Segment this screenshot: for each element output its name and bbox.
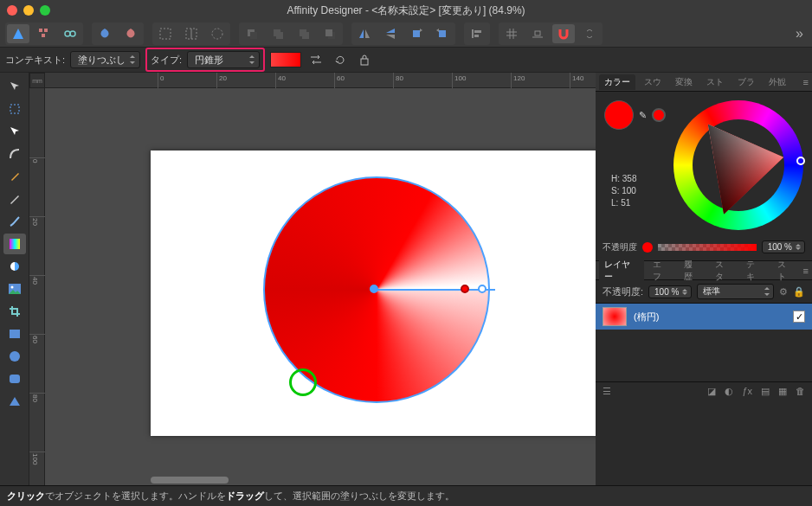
horizontal-scrollbar[interactable]: [151, 477, 229, 484]
group-layer-icon[interactable]: ▦: [778, 386, 787, 397]
persona-group: [5, 22, 83, 45]
window-zoom-button[interactable]: [40, 5, 50, 16]
synchronize-defaults-icon[interactable]: [93, 24, 116, 43]
align-icon[interactable]: [466, 24, 488, 43]
export-persona-icon[interactable]: [59, 24, 81, 43]
view-option-1-icon[interactable]: [154, 24, 177, 43]
gradient-end-grip-2[interactable]: [478, 285, 487, 293]
tab-brush[interactable]: ブラ: [732, 74, 760, 90]
view-option-2-icon[interactable]: [180, 24, 203, 43]
layer-item[interactable]: (楕円) ✓: [596, 304, 812, 330]
titlebar: Affinity Designer - <名称未設定> [変更あり] (84.9…: [0, 0, 812, 21]
layers-stack-icon[interactable]: ☰: [603, 386, 611, 397]
fill-swatch[interactable]: [604, 100, 634, 130]
view-option-3-icon[interactable]: [206, 24, 229, 43]
gradient-handle-line[interactable]: [374, 289, 495, 291]
layer-thumbnail: [603, 307, 627, 326]
layer-opacity-value[interactable]: 100 %: [648, 285, 692, 298]
color-wheel[interactable]: [673, 100, 803, 230]
flip-vertical-icon[interactable]: [379, 24, 402, 43]
fill-mode-select[interactable]: 塗りつぶし: [70, 51, 140, 68]
reverse-gradient-icon[interactable]: [306, 51, 325, 68]
gradient-swatch[interactable]: [270, 52, 301, 67]
rotate-gradient-icon[interactable]: [331, 51, 350, 68]
fx-icon[interactable]: ƒx: [742, 386, 752, 397]
flip-horizontal-icon[interactable]: [353, 24, 376, 43]
layers-panel-menu-icon[interactable]: ≡: [803, 266, 809, 276]
align-group: [464, 22, 490, 45]
transform-group: [351, 22, 455, 45]
move-front-icon[interactable]: [319, 24, 341, 43]
rounded-rect-tool[interactable]: [3, 368, 26, 389]
move-backward-icon[interactable]: [267, 24, 289, 43]
layer-list: (楕円) ✓: [596, 304, 812, 381]
opacity-value[interactable]: 100 %: [762, 240, 805, 253]
gradient-end-grip-1[interactable]: [461, 285, 469, 293]
tab-stock[interactable]: スト: [772, 257, 800, 285]
node-tool[interactable]: [3, 121, 26, 142]
artboard-tool[interactable]: [3, 99, 26, 119]
canvas[interactable]: mm: [29, 73, 596, 485]
opacity-slider[interactable]: [658, 244, 757, 251]
gear-icon[interactable]: ⚙: [779, 286, 788, 298]
trash-icon[interactable]: 🗑: [796, 386, 805, 397]
fill-tool[interactable]: [3, 234, 26, 254]
rotation-handle[interactable]: [289, 368, 317, 396]
tab-swatch[interactable]: スウ: [639, 74, 667, 90]
move-tool[interactable]: [3, 76, 26, 97]
tab-appearance[interactable]: 外観: [764, 74, 791, 90]
mask-icon[interactable]: ◪: [707, 386, 716, 397]
baseline-icon[interactable]: [526, 24, 549, 43]
tab-effects[interactable]: エフ: [648, 257, 675, 285]
secondary-swatch[interactable]: [652, 108, 666, 122]
ruler-vertical: [29, 88, 45, 485]
svg-rect-25: [10, 105, 19, 113]
eyedropper-icon[interactable]: ✎: [639, 110, 647, 121]
grid-icon[interactable]: [500, 24, 523, 43]
ellipse-tool[interactable]: [3, 346, 26, 367]
svg-rect-20: [474, 30, 481, 33]
designer-persona-icon[interactable]: [7, 24, 29, 43]
tab-layers[interactable]: レイヤー: [599, 257, 644, 285]
color-panel-tabs: カラー スウ 変換 スト ブラ 外観 ≡: [596, 73, 812, 92]
pencil-tool[interactable]: [3, 189, 26, 209]
blend-mode-select[interactable]: 標準: [697, 284, 774, 299]
triangle-tool[interactable]: [3, 391, 26, 412]
tab-transform[interactable]: 変換: [670, 74, 698, 90]
lock-icon[interactable]: 🔒: [793, 286, 805, 298]
svg-rect-16: [325, 29, 332, 36]
window-minimize-button[interactable]: [23, 5, 34, 16]
place-image-tool[interactable]: [3, 279, 26, 299]
crop-tool[interactable]: [3, 301, 26, 322]
revert-defaults-icon[interactable]: [119, 24, 142, 43]
move-forward-icon[interactable]: [293, 24, 315, 43]
toolbar-overflow-icon[interactable]: »: [796, 26, 803, 42]
tab-history[interactable]: 履歴: [679, 257, 706, 285]
rectangle-tool[interactable]: [3, 323, 26, 344]
gradient-center-grip[interactable]: [370, 285, 378, 293]
tab-stroke[interactable]: スト: [701, 74, 729, 90]
layer-visible-checkbox[interactable]: ✓: [793, 311, 805, 323]
adjust-icon[interactable]: ◐: [725, 386, 733, 397]
transparency-tool[interactable]: [3, 256, 26, 277]
tab-text[interactable]: テキ: [741, 257, 769, 285]
brush-tool[interactable]: [3, 211, 26, 232]
panel-menu-icon[interactable]: ≡: [803, 77, 809, 87]
move-back-icon[interactable]: [241, 24, 263, 43]
pen-tool[interactable]: [3, 166, 26, 187]
aspect-lock-icon[interactable]: [355, 51, 374, 68]
gradient-type-select[interactable]: 円錐形: [187, 51, 260, 68]
pixel-persona-icon[interactable]: [33, 24, 55, 43]
rotate-ccw-icon[interactable]: [405, 24, 428, 43]
tab-color[interactable]: カラー: [599, 74, 635, 90]
type-label: タイプ:: [151, 54, 182, 67]
window-close-button[interactable]: [7, 5, 17, 16]
add-layer-icon[interactable]: ▤: [761, 386, 770, 397]
snap-magnet-icon[interactable]: [552, 24, 575, 43]
corner-tool[interactable]: [3, 144, 26, 164]
tab-styles[interactable]: スタ: [710, 257, 738, 285]
rotate-cw-icon[interactable]: [431, 24, 454, 43]
svg-rect-2: [42, 34, 45, 37]
snap-dropdown-icon[interactable]: [578, 24, 601, 43]
svg-rect-5: [160, 29, 171, 39]
